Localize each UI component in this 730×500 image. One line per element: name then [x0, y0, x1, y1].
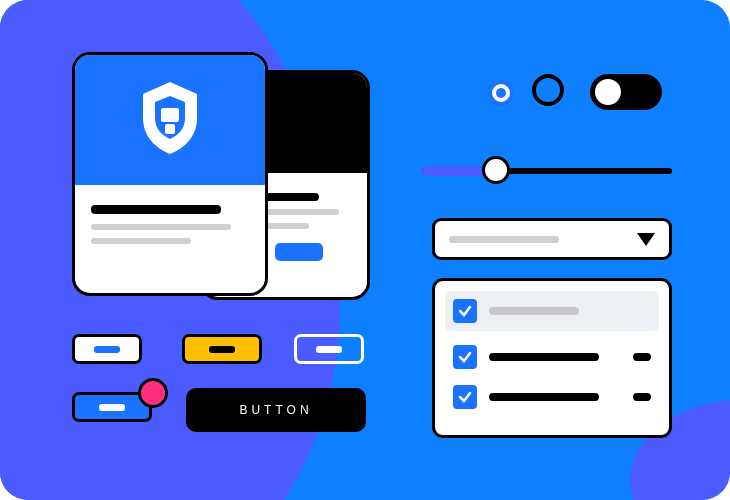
text-line: [489, 307, 579, 315]
dropdown-select[interactable]: [432, 218, 672, 260]
svg-rect-1: [165, 124, 175, 134]
text-line: [489, 393, 599, 401]
svg-rect-0: [161, 108, 179, 122]
text-line: [633, 393, 651, 401]
caret-down-icon: [637, 233, 655, 246]
card-header-brand: [75, 55, 265, 185]
chip-button-outline[interactable]: [72, 334, 142, 364]
chip-button-ghost[interactable]: [294, 334, 364, 364]
primary-button-label: BUTTON: [239, 403, 312, 417]
slider-track[interactable]: [422, 168, 672, 174]
text-line: [489, 353, 599, 361]
checkbox-checked[interactable]: [453, 385, 477, 409]
radio-unselected[interactable]: [532, 74, 564, 106]
text-line: [91, 238, 191, 244]
radio-selected[interactable]: [488, 80, 514, 106]
chip-button-warning[interactable]: [182, 334, 262, 364]
toggle-switch[interactable]: [590, 74, 662, 110]
checklist: [432, 278, 672, 438]
slider-thumb[interactable]: [482, 156, 510, 184]
shield-icon: [135, 78, 205, 162]
text-line: [91, 205, 221, 214]
card-primary: [72, 52, 268, 296]
text-line: [91, 224, 231, 230]
checkbox-checked[interactable]: [453, 345, 477, 369]
text-line: [633, 353, 651, 361]
card-action-secondary[interactable]: [275, 243, 323, 261]
list-item[interactable]: [445, 291, 659, 331]
ui-kit-canvas: BUTTON: [0, 0, 730, 500]
list-item[interactable]: [445, 377, 659, 417]
primary-button[interactable]: BUTTON: [186, 388, 366, 432]
checkbox-checked[interactable]: [453, 299, 477, 323]
dropdown-placeholder: [449, 236, 559, 243]
list-item[interactable]: [445, 337, 659, 377]
notification-dot-icon: [138, 378, 168, 408]
